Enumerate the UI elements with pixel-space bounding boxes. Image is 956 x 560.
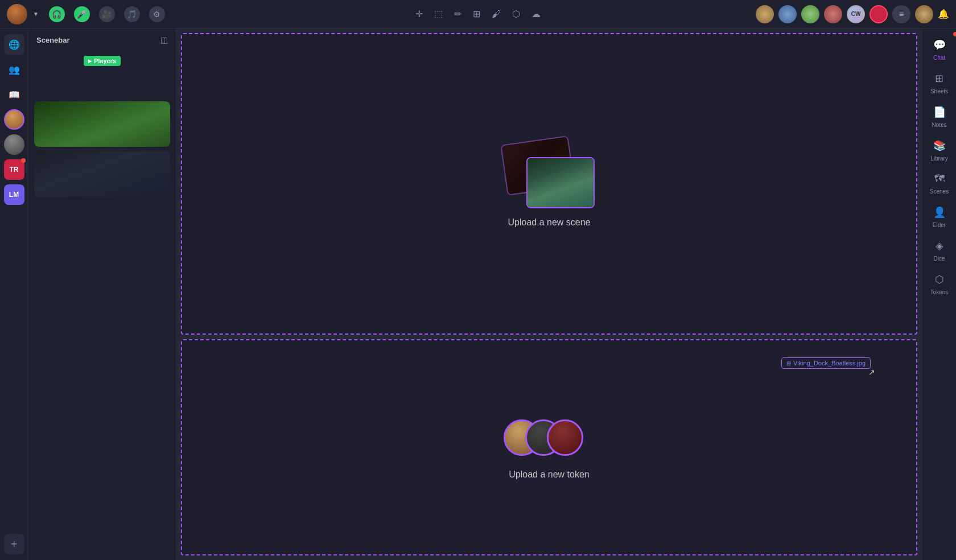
chat-icon: 💬 (933, 39, 946, 51)
online-user-3[interactable] (801, 5, 819, 23)
sidebar-avatar2[interactable] (4, 134, 24, 155)
online-user-8[interactable] (915, 5, 933, 23)
scene-card-2[interactable] (34, 101, 170, 147)
upload-token-icon (504, 415, 595, 460)
upload-token-label: Upload a new token (509, 470, 589, 480)
notes-label: Notes (932, 122, 946, 128)
dice-label: Dice (933, 256, 945, 262)
sidebar-tr-avatar[interactable]: TR (4, 159, 24, 180)
scene-dropzone[interactable]: Upload a new scene (181, 33, 917, 335)
sidebar-item-dice[interactable]: ◈ Dice (922, 234, 957, 267)
sidebar-lm-avatar[interactable]: LM (4, 184, 24, 205)
elder-label: Elder (933, 222, 946, 228)
sidebar-item-scenes[interactable]: 🗺 Scenes (922, 167, 957, 200)
online-user-2[interactable] (778, 5, 797, 23)
scenebar-title: Scenebar (36, 36, 70, 44)
notifications-bell-icon[interactable]: 🔔 (938, 9, 949, 19)
token-circle-3 (547, 419, 583, 456)
scene-icon-front (526, 157, 595, 208)
scenes-label: Scenes (930, 188, 949, 195)
topbar: ▼ 🎧 🎤 🎥 🎵 ⚙ ✛ ⬚ ✏ ⊞ 🖌 ⬡ ☁ CW ≡ 🔔 (0, 0, 956, 28)
sidebar-avatar-main[interactable] (4, 109, 24, 130)
sidebar-users-icon[interactable]: 👥 (4, 59, 24, 80)
scenes-icon: 🗺 (934, 173, 945, 185)
scenebar-header: Scenebar ◫ (28, 28, 176, 49)
upload-scene-icon (504, 140, 595, 208)
sidebar-add-button[interactable]: + (4, 534, 24, 554)
file-tooltip: Viking_Dock_Boatless.jpg (781, 357, 871, 369)
draw-tool[interactable]: ✏ (454, 9, 461, 19)
online-user-cw[interactable]: CW (847, 5, 865, 23)
sheets-label: Sheets (930, 88, 948, 94)
tokens-label: Tokens (930, 289, 949, 295)
sidebar-item-library[interactable]: 📚 Library (922, 134, 957, 167)
token-dropzone[interactable]: Viking_Dock_Boatless.jpg ↗ Upload a new … (181, 339, 917, 555)
center-tools: ✛ ⬚ ✏ ⊞ 🖌 ⬡ ☁ (415, 9, 541, 19)
sidebar-item-sheets[interactable]: ⊞ Sheets (922, 67, 957, 100)
main-content: Upload a new scene Viking_Dock_Boatless.… (176, 28, 922, 560)
move-tool[interactable]: ✛ (415, 9, 423, 19)
mic-icon[interactable]: 🎤 (74, 6, 90, 22)
elder-icon: 👤 (933, 206, 946, 219)
sidebar-globe-icon[interactable]: 🌐 (4, 34, 24, 55)
scene-card-3[interactable] (34, 151, 170, 197)
user-dropdown-arrow[interactable]: ▼ (33, 11, 39, 17)
players-scene-thumbnail: Players (34, 51, 170, 97)
players-badge: Players (84, 56, 121, 66)
chat-label: Chat (933, 55, 945, 61)
grid-tool[interactable]: ⊞ (473, 9, 480, 19)
headphones-icon[interactable]: 🎧 (49, 6, 65, 22)
settings-icon[interactable]: ⚙ (149, 6, 165, 22)
left-sidebar: 🌐 👥 📖 TR LM + (0, 28, 28, 560)
main-layout: 🌐 👥 📖 TR LM + Scenebar ◫ Players (0, 28, 956, 560)
sheets-icon: ⊞ (935, 72, 943, 85)
shapes-tool[interactable]: ⬡ (512, 9, 520, 19)
scene-card-players[interactable]: Players (34, 51, 170, 97)
library-icon: 📚 (933, 139, 946, 152)
online-user-muted[interactable] (870, 5, 888, 23)
scene-thumbnail-2 (34, 101, 170, 147)
brush-tool[interactable]: 🖌 (492, 9, 501, 19)
scenebar-collapse-button[interactable]: ◫ (160, 35, 168, 44)
sidebar-item-notes[interactable]: 📄 Notes (922, 100, 957, 134)
scenebar: Scenebar ◫ Players (28, 28, 176, 560)
sidebar-item-elder[interactable]: 👤 Elder (922, 200, 957, 234)
online-user-4[interactable] (824, 5, 842, 23)
tokens-icon: ⬡ (935, 273, 944, 286)
sidebar-item-tokens[interactable]: ⬡ Tokens (922, 267, 957, 301)
scene-thumbnail-3 (34, 151, 170, 197)
music-icon[interactable]: 🎵 (124, 6, 140, 22)
dice-icon: ◈ (936, 240, 943, 252)
select-tool[interactable]: ⬚ (434, 9, 443, 19)
cursor-icon: ↗ (868, 368, 875, 377)
topbar-tools: 🎧 🎤 🎥 🎵 ⚙ (49, 6, 165, 22)
notes-icon: 📄 (933, 106, 946, 118)
camera-icon[interactable]: 🎥 (99, 6, 115, 22)
user-avatar[interactable] (7, 4, 27, 24)
topbar-right: CW ≡ 🔔 (756, 5, 949, 23)
fog-tool[interactable]: ☁ (531, 9, 541, 19)
sidebar-item-chat[interactable]: 💬 Chat (922, 33, 957, 67)
online-user-1[interactable] (756, 5, 774, 23)
online-user-menu[interactable]: ≡ (892, 5, 910, 23)
upload-scene-label: Upload a new scene (508, 217, 591, 228)
sidebar-book-icon[interactable]: 📖 (4, 84, 24, 105)
library-label: Library (930, 155, 948, 162)
right-sidebar: 💬 Chat ⊞ Sheets 📄 Notes 📚 Library 🗺 Scen… (922, 28, 956, 560)
